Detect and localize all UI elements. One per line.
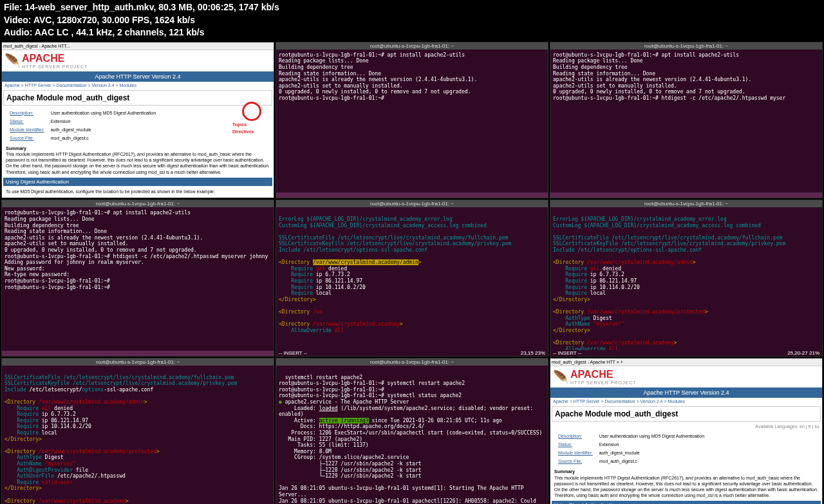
frame-3: root@ubuntu-s-1vcpu-1gb-fra1-01: ~ root@… — [550, 42, 823, 199]
browser-tab: mod_auth_digest - Apache HTT... — [2, 42, 274, 50]
frame-2: root@ubuntu-s-1vcpu-1gb-fra1-01: ~ root@… — [276, 42, 548, 199]
frame-5: root@ubuntu-s-1vcpu-1gb-fra1-01: ~ Error… — [276, 200, 548, 357]
support-apache-icon[interactable] — [242, 102, 261, 121]
frame-9: mod_auth_digest - Apache HTT × + 🪶 APACH… — [550, 358, 823, 504]
apache-feather-icon: 🪶 — [553, 369, 569, 385]
file-info: File: 14-web_server_http_auth.mkv, 80.3 … — [0, 0, 824, 41]
frame-4: root@ubuntu-s-1vcpu-1gb-fra1-01: ~ root@… — [1, 200, 274, 357]
page-title: Apache Module mod_auth_digest — [552, 406, 821, 422]
frame-7: root@ubuntu-s-1vcpu-1gb-fra1-01: ~ SSLCe… — [1, 358, 274, 504]
terminal[interactable]: root@ubuntu-s-1vcpu-1gb-fra1-01:~# apt i… — [550, 50, 822, 199]
vim-editor[interactable]: ErrorLog ${APACHE_LOG_DIR}/crystalmind_a… — [276, 207, 548, 357]
frame-6: root@ubuntu-s-1vcpu-1gb-fra1-01: ~ Error… — [550, 200, 823, 357]
apache-logo: APACHE — [22, 53, 88, 64]
frame-8: root@ubuntu-s-1vcpu-1gb-fra1-01: ~ syste… — [276, 358, 548, 504]
terminal[interactable]: root@ubuntu-s-1vcpu-1gb-fra1-01:~# apt i… — [2, 207, 274, 357]
breadcrumb[interactable]: Apache > HTTP Server > Documentation > V… — [550, 398, 822, 405]
terminal[interactable]: root@ubuntu-s-1vcpu-1gb-fra1-01:~# apt i… — [276, 50, 548, 199]
vim-editor[interactable]: ErrorLog ${APACHE_LOG_DIR}/crystalmind_a… — [550, 207, 822, 357]
frame-1: mod_auth_digest - Apache HTT... 🪶 APACHE… — [1, 42, 274, 199]
breadcrumb[interactable]: Apache > HTTP Server > Documentation > V… — [2, 82, 274, 89]
vim-editor[interactable]: SSLCertificateFile /etc/letsencrypt/live… — [2, 366, 274, 504]
apache-feather-icon: 🪶 — [5, 53, 21, 68]
browser-tab: mod_auth_digest - Apache HTT × + — [550, 359, 822, 366]
thumbnail-grid: mod_auth_digest - Apache HTT... 🪶 APACHE… — [0, 41, 824, 504]
terminal[interactable]: systemctl restart apache2 root@ubuntu-s-… — [276, 366, 548, 504]
